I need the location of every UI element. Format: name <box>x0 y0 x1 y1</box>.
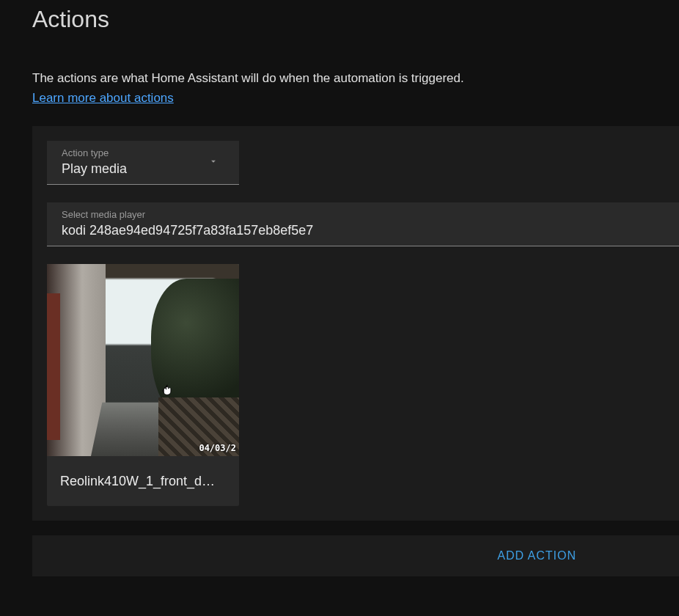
action-card: Action type Play media Select media play… <box>32 126 679 521</box>
action-type-label: Action type <box>62 147 227 158</box>
media-player-label: Select media player <box>62 209 667 220</box>
media-thumbnail: 04/03/2 <box>47 264 239 456</box>
media-player-value: kodi 248ae94ed94725f7a83fa157eb8ef5e7 <box>62 223 667 238</box>
add-action-button[interactable]: ADD ACTION <box>497 549 576 562</box>
page-title: Actions <box>0 0 679 33</box>
cursor-pointer-icon <box>158 381 175 402</box>
thumbnail-timestamp: 04/03/2 <box>199 443 236 453</box>
chevron-down-icon <box>208 156 219 169</box>
add-action-bar: ADD ACTION <box>32 535 679 576</box>
action-type-value: Play media <box>62 161 227 177</box>
actions-description: The actions are what Home Assistant will… <box>0 33 679 88</box>
action-type-select[interactable]: Action type Play media <box>47 141 239 185</box>
media-name: Reolink410W_1_front_d… <box>47 456 239 506</box>
media-player-select[interactable]: Select media player kodi 248ae94ed94725f… <box>47 202 679 246</box>
learn-more-link[interactable]: Learn more about actions <box>32 91 174 105</box>
media-card[interactable]: 04/03/2 Reolink410W_1_front_d… <box>47 264 239 506</box>
learn-more-link-wrap: Learn more about actions <box>0 88 679 106</box>
